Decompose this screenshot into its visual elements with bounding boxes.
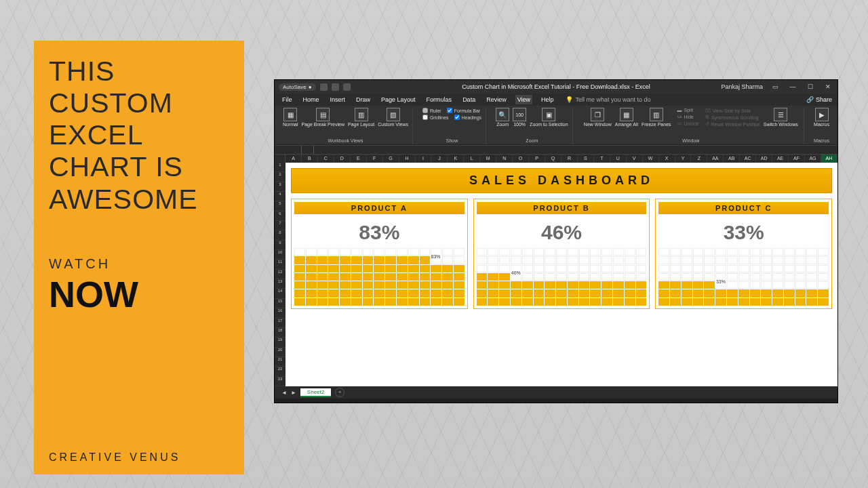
row-header[interactable]: 13 xyxy=(275,279,285,289)
column-header[interactable]: T xyxy=(594,155,610,163)
autosave-toggle[interactable]: AutoSave● xyxy=(279,83,316,91)
column-header[interactable]: L xyxy=(464,155,480,163)
arrange-all-button[interactable]: ▦Arrange All xyxy=(615,108,638,127)
column-header[interactable]: AE xyxy=(772,155,789,163)
close-icon[interactable]: ✕ xyxy=(823,83,833,90)
column-header[interactable]: Q xyxy=(545,155,561,163)
column-header[interactable]: K xyxy=(448,155,464,163)
tab-review[interactable]: Review xyxy=(484,95,509,104)
row-header[interactable]: 3 xyxy=(275,182,285,192)
column-header[interactable]: P xyxy=(529,155,545,163)
column-header[interactable]: AD xyxy=(756,155,772,163)
tab-formulas[interactable]: Formulas xyxy=(425,95,454,104)
user-name[interactable]: Pankaj Sharma xyxy=(721,83,763,90)
column-headers[interactable]: ABCDEFGHIJKLMNOPQRSTUVWXYZAAABACADAEAFAG… xyxy=(275,155,837,163)
column-header[interactable]: F xyxy=(367,155,383,163)
column-header[interactable]: AC xyxy=(740,155,756,163)
row-header[interactable]: 5 xyxy=(275,201,285,211)
ruler-checkbox[interactable]: Ruler xyxy=(422,108,441,113)
column-header[interactable]: AA xyxy=(707,155,724,163)
row-header[interactable]: 22 xyxy=(275,367,285,376)
row-header[interactable]: 12 xyxy=(275,270,285,279)
row-header[interactable]: 6 xyxy=(275,211,285,221)
column-header[interactable]: O xyxy=(513,155,529,163)
custom-views-button[interactable]: ▧Custom Views xyxy=(378,108,408,127)
tab-view[interactable]: View xyxy=(515,95,532,104)
zoom-100-button[interactable]: 100100% xyxy=(513,108,526,127)
sheet-nav-next-icon[interactable]: ► xyxy=(291,390,296,396)
column-header[interactable]: J xyxy=(431,155,448,163)
column-header[interactable]: AG xyxy=(805,155,821,163)
column-header[interactable]: S xyxy=(578,155,594,163)
column-header[interactable]: C xyxy=(318,155,334,163)
row-headers[interactable]: 1234567891011121314151617181920212223 xyxy=(275,163,285,386)
column-header[interactable]: W xyxy=(643,155,659,163)
column-header[interactable]: Z xyxy=(691,155,707,163)
share-button[interactable]: 🔗 Share xyxy=(806,96,832,103)
column-header[interactable]: AF xyxy=(789,155,805,163)
column-header[interactable]: A xyxy=(285,155,302,163)
column-header[interactable]: AH xyxy=(821,155,837,163)
column-header[interactable]: Y xyxy=(675,155,692,163)
row-header[interactable]: 4 xyxy=(275,192,285,201)
tab-file[interactable]: File xyxy=(280,95,294,104)
normal-view-button[interactable]: ▦Normal xyxy=(283,108,298,127)
column-header[interactable]: AB xyxy=(724,155,740,163)
headings-checkbox[interactable]: Headings xyxy=(454,115,482,120)
worksheet-grid[interactable]: 1234567891011121314151617181920212223 SA… xyxy=(275,163,837,386)
tab-page-layout[interactable]: Page Layout xyxy=(379,95,418,104)
column-header[interactable]: X xyxy=(659,155,675,163)
column-header[interactable]: M xyxy=(480,155,496,163)
row-header[interactable]: 1 xyxy=(275,163,285,172)
hide-button[interactable]: ▭ Hide xyxy=(677,114,699,119)
tab-help[interactable]: Help xyxy=(539,95,556,104)
sheet-nav-prev-icon[interactable]: ◄ xyxy=(281,390,287,396)
freeze-panes-button[interactable]: ▥Freeze Panes xyxy=(642,108,671,127)
row-header[interactable]: 2 xyxy=(275,172,285,182)
redo-icon[interactable] xyxy=(343,83,351,91)
fx-button[interactable] xyxy=(302,146,314,154)
new-window-button[interactable]: ❐New Window xyxy=(584,108,612,127)
row-header[interactable]: 14 xyxy=(275,289,285,298)
column-header[interactable]: U xyxy=(610,155,627,163)
gridlines-checkbox[interactable]: Gridlines xyxy=(422,115,449,120)
row-header[interactable]: 20 xyxy=(275,348,285,357)
column-header[interactable]: R xyxy=(561,155,578,163)
row-header[interactable]: 19 xyxy=(275,338,285,347)
sheet-tab-active[interactable]: Sheet2 xyxy=(300,388,331,397)
split-button[interactable]: ▬ Split xyxy=(677,108,699,113)
add-sheet-button[interactable]: + xyxy=(335,388,344,397)
column-header[interactable]: V xyxy=(627,155,643,163)
row-header[interactable]: 10 xyxy=(275,250,285,260)
row-header[interactable]: 11 xyxy=(275,260,285,269)
tab-data[interactable]: Data xyxy=(460,95,477,104)
formula-bar-checkbox[interactable]: Formula Bar xyxy=(447,108,481,113)
tab-home[interactable]: Home xyxy=(301,95,321,104)
page-layout-button[interactable]: ▥Page Layout xyxy=(348,108,374,127)
column-header[interactable]: I xyxy=(416,155,432,163)
column-header[interactable]: G xyxy=(383,155,399,163)
save-icon[interactable] xyxy=(320,83,328,91)
switch-windows-button[interactable]: ☰Switch Windows xyxy=(764,108,798,127)
tab-draw[interactable]: Draw xyxy=(354,95,372,104)
row-header[interactable]: 23 xyxy=(275,377,285,386)
undo-icon[interactable] xyxy=(332,83,339,91)
row-header[interactable]: 16 xyxy=(275,308,285,318)
column-header[interactable]: B xyxy=(302,155,318,163)
zoom-button[interactable]: 🔍Zoom xyxy=(496,108,509,127)
column-header[interactable]: H xyxy=(399,155,416,163)
worksheet-content[interactable]: SALES DASHBOARD PRODUCT A83%83%PRODUCT B… xyxy=(285,163,837,386)
page-break-preview-button[interactable]: ▤Page Break Preview xyxy=(302,108,344,127)
row-header[interactable]: 7 xyxy=(275,221,285,230)
row-header[interactable]: 17 xyxy=(275,319,285,328)
row-header[interactable]: 9 xyxy=(275,241,285,250)
tab-insert[interactable]: Insert xyxy=(328,95,348,104)
name-box[interactable] xyxy=(275,146,302,154)
tell-me-search[interactable]: Tell me what you want to do xyxy=(566,96,651,103)
minimize-icon[interactable]: — xyxy=(787,83,798,90)
formula-bar[interactable] xyxy=(275,145,837,155)
column-header[interactable]: E xyxy=(351,155,367,163)
row-header[interactable]: 8 xyxy=(275,230,285,240)
column-header[interactable]: N xyxy=(496,155,513,163)
macros-button[interactable]: ▶Macros xyxy=(814,108,829,127)
